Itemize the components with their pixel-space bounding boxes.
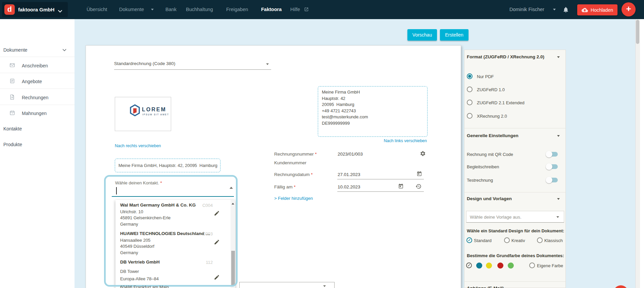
toggle-cover-letter-label: Begleitschreiben — [467, 164, 499, 169]
customer-number-label: Kundennummer — [274, 160, 306, 165]
contact-code: C003 — [199, 231, 213, 236]
edit-pencil-icon[interactable] — [214, 239, 220, 245]
radio-nur-pdf[interactable] — [467, 73, 473, 79]
move-address-left-link[interactable]: Nach links verschieben — [366, 138, 427, 143]
sidebar-item-rechnungen[interactable]: Rechnungen — [22, 95, 48, 100]
page-scrollbar-thumb[interactable] — [636, 20, 639, 44]
sidebar-section-dokumente[interactable]: Dokumente — [3, 47, 28, 53]
move-logo-right-link[interactable]: Nach rechts verschieben — [115, 143, 161, 148]
custom-color-label[interactable]: Eigene Farbe — [537, 263, 563, 268]
contact-select-label-text: Wähle deinen Kontakt. — [115, 180, 159, 185]
general-settings-title[interactable]: Generelle Einstellungen — [467, 133, 518, 138]
color-swatch-green[interactable] — [508, 263, 514, 269]
plus-icon: + — [626, 4, 631, 14]
input-underline — [112, 196, 234, 197]
nav-uebersicht[interactable]: Übersicht — [87, 0, 107, 19]
item-select-partial[interactable] — [239, 282, 335, 288]
company-switcher[interactable]: d faktoora GmbH — [2, 2, 68, 17]
user-menu[interactable]: Dominik Fischer — [509, 0, 544, 19]
edit-pencil-icon[interactable] — [214, 210, 220, 216]
floating-action-button[interactable] — [613, 285, 628, 288]
nav-hilfe[interactable]: Hilfe — [290, 0, 300, 19]
contact-code: 112 — [199, 260, 213, 265]
page-scrollbar[interactable] — [635, 19, 640, 288]
chevron-down-icon — [151, 9, 154, 10]
design-klassisch-radio[interactable] — [537, 237, 543, 243]
lorem-logo-icon — [130, 104, 140, 116]
template-select[interactable]: Wähle deine Vorlage aus. — [466, 211, 564, 223]
design-standard-label[interactable]: Standard — [474, 238, 492, 243]
sidebar-item-anschreiben[interactable]: Anschreiben — [22, 63, 48, 68]
company-logo-box[interactable]: LOREM IPSUM SIT AMET — [115, 97, 171, 131]
chevron-down-icon — [556, 216, 559, 218]
color-swatch-red[interactable] — [497, 263, 503, 269]
sidebar-item-produkte[interactable]: Produkte — [3, 142, 22, 147]
create-button[interactable]: Erstellen — [440, 29, 468, 41]
add-new-button[interactable]: + — [622, 2, 636, 16]
add-fields-link[interactable]: > Felder hinzufügen — [274, 196, 313, 201]
chevron-down-icon — [62, 49, 66, 51]
calendar-icon[interactable] — [416, 171, 422, 177]
due-date-value[interactable]: 10.02.2023 — [338, 184, 360, 189]
nav-bank[interactable]: Bank — [165, 0, 177, 19]
gear-icon[interactable] — [420, 151, 426, 157]
chevron-down-icon — [557, 56, 560, 58]
nav-dokumente[interactable]: Dokumente — [119, 0, 144, 19]
sender-line-block[interactable]: Meine Firma GmbH, Hauptstr. 42, 20095 Ha… — [115, 159, 220, 172]
sidebar-item-angebote[interactable]: Angebote — [22, 79, 42, 84]
dropdown-scrollbar-thumb[interactable] — [231, 251, 235, 286]
design-standard-check[interactable] — [466, 237, 472, 243]
radio-zugferd-10[interactable] — [467, 87, 473, 92]
radio-xrechnung[interactable] — [467, 113, 473, 119]
radio-zugferd-21-label[interactable]: ZUGFeRD 2.1 Extended — [477, 100, 525, 105]
radio-nur-pdf-label[interactable]: Nur PDF — [477, 74, 494, 79]
scroll-up-arrow-icon[interactable] — [232, 203, 234, 205]
contact-search-input[interactable] — [112, 185, 234, 196]
radio-zugferd-21[interactable] — [467, 100, 473, 105]
required-asterisk: * — [315, 152, 317, 157]
invoice-date-label: Rechnungsdatum * — [274, 172, 313, 177]
template-select-placeholder: Wähle deine Vorlage aus. — [470, 215, 522, 220]
preview-button[interactable]: Vorschau — [407, 29, 437, 41]
invoice-date-value[interactable]: 27.01.2023 — [338, 172, 360, 177]
chevron-down-icon — [58, 10, 62, 13]
nav-freigaben[interactable]: Freigaben — [226, 0, 248, 19]
nav-buchhaltung[interactable]: Buchhaltung — [186, 0, 213, 19]
sidebar-item-kontakte[interactable]: Kontakte — [3, 126, 22, 131]
toggle-qr-code[interactable] — [546, 152, 558, 157]
due-date-label-text: Fällig am — [274, 184, 293, 189]
sidebar-item-mahnungen[interactable]: Mahnungen — [22, 111, 47, 116]
design-kreativ-radio[interactable] — [504, 237, 510, 243]
contact-code: C004 — [199, 203, 213, 208]
upload-button[interactable]: Hochladen — [577, 4, 617, 15]
invoice-type-select[interactable]: Standardrechnung (Code 380) — [114, 61, 175, 66]
design-section-title[interactable]: Design und Vorlagen — [467, 196, 512, 201]
calendar-icon[interactable] — [398, 183, 404, 189]
attachments-section-title[interactable]: Anhänge (E-Mail) — [467, 286, 504, 288]
toggle-test-invoice-label: Testrechnung — [467, 178, 493, 183]
radio-xrechnung-label[interactable]: XRechnung 2.0 — [477, 114, 507, 119]
base-color-label: Bestimme die Grundfarbe deines Dokumente… — [467, 253, 564, 258]
quote-document-icon — [9, 78, 15, 84]
divider — [337, 179, 424, 179]
design-klassisch-label[interactable]: Klassisch — [544, 238, 563, 243]
nav-faktoora[interactable]: Faktoora — [261, 0, 282, 19]
format-section-title[interactable]: Format (ZUGFeRD / XRechnung 2.0) — [467, 54, 544, 59]
color-swatch-yellow[interactable] — [486, 263, 492, 269]
customer-number-input[interactable] — [337, 159, 424, 166]
color-selected-check[interactable] — [466, 263, 472, 268]
divider — [0, 105, 75, 105]
toggle-testrechnung[interactable] — [546, 178, 558, 182]
chevron-down-icon — [323, 285, 326, 287]
color-swatch-teal[interactable] — [476, 263, 482, 269]
radio-zugferd-10-label[interactable]: ZUGFeRD 1.0 — [477, 87, 505, 92]
contact-address-line: 40549 Düsseldorf — [120, 244, 154, 249]
history-clock-icon[interactable] — [415, 183, 422, 189]
notifications-bell-icon[interactable] — [562, 6, 569, 13]
custom-color-radio[interactable] — [529, 263, 535, 268]
own-address-block[interactable]: Meine Firma GmbH Hauptstr. 42 20095 Hamb… — [318, 86, 428, 137]
contact-select-label: Wähle deinen Kontakt. * — [115, 180, 162, 185]
design-kreativ-label[interactable]: Kreativ — [511, 238, 525, 243]
toggle-begleitschreiben[interactable] — [546, 164, 558, 169]
edit-pencil-icon[interactable] — [214, 274, 220, 280]
